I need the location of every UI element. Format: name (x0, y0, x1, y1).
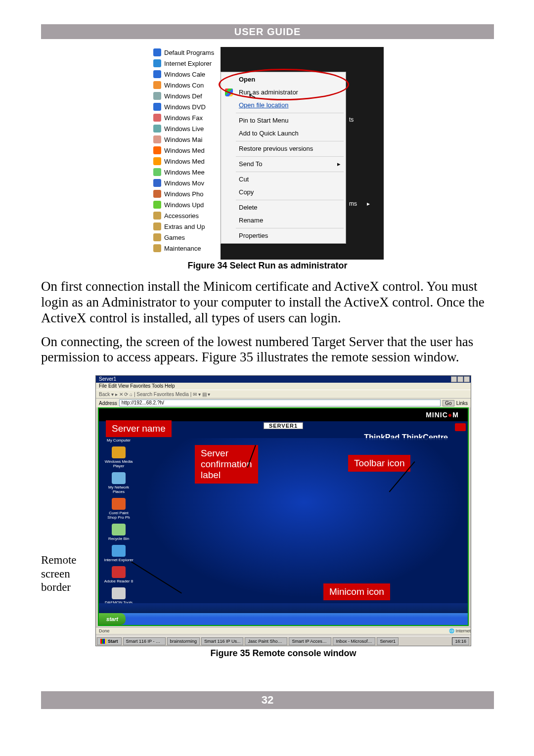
start-menu-item-label: Windows Pho (164, 190, 203, 198)
program-icon (153, 157, 161, 165)
start-menu-item[interactable]: Windows Mee (151, 167, 221, 178)
ctx-rename[interactable]: Rename (221, 214, 346, 227)
close-button[interactable] (464, 376, 470, 382)
desktop-icon-label: Adobe Reader 8 (104, 579, 134, 583)
taskbar-button[interactable]: Smart 116 IP - M... (123, 637, 166, 645)
start-menu-item[interactable]: Windows Fax (151, 112, 221, 123)
start-menu-item[interactable]: Windows Mov (151, 178, 221, 188)
callout-server-name: Server name (106, 420, 172, 437)
start-menu-item[interactable]: Internet Explorer (151, 58, 221, 69)
chevron-right-icon: ▸ (337, 158, 341, 171)
desktop-icon[interactable]: Windows Media Player (104, 446, 134, 468)
start-menu-item-label: Windows Mov (164, 179, 204, 187)
ctx-delete[interactable]: Delete (221, 201, 346, 214)
start-menu-item[interactable]: Windows Mai (151, 134, 221, 145)
go-button[interactable]: Go (443, 400, 454, 406)
host-start-button[interactable]: Start (97, 637, 122, 645)
start-menu-item[interactable]: Maintenance (151, 243, 221, 254)
ctx-separator (236, 141, 344, 141)
minimize-button[interactable] (451, 376, 457, 382)
ctx-pin-start[interactable]: Pin to Start Menu (221, 114, 346, 127)
desktop-icon[interactable]: Recycle Bin (104, 524, 134, 541)
start-menu-item-label: Windows Def (164, 92, 202, 100)
figure-35-image: Server1 File Edit View Favorites Tools H… (95, 375, 471, 646)
server-confirmation-label: SERVER1 (264, 422, 303, 429)
address-input[interactable]: http://192...68.2.?h/ (119, 400, 441, 406)
start-menu-item[interactable]: Default Programs (151, 47, 221, 58)
brand-o-icon: ● (448, 411, 452, 419)
taskbar-button[interactable]: Smart 116 IP Us... (201, 637, 243, 645)
brand-text: M (452, 411, 459, 419)
desktop-icon[interactable]: Internet Explorer (104, 545, 134, 562)
desktop-icon[interactable]: Adobe Reader 8 (104, 566, 134, 583)
ctx-properties[interactable]: Properties (221, 229, 346, 242)
taskbar-button[interactable]: Server1 (377, 637, 399, 645)
start-menu-item[interactable]: Windows Pho (151, 188, 221, 199)
ctx-copy[interactable]: Copy (221, 186, 346, 199)
taskbar-button[interactable]: Jasc Paint Shop ... (245, 637, 287, 645)
host-taskbar: Start Smart 116 IP - M...brainstormingSm… (96, 636, 471, 646)
paragraph: On connecting, the screen of the lowest … (41, 334, 494, 366)
app-icon (112, 524, 126, 535)
page-number: 32 (41, 691, 494, 709)
panel-text: ts (349, 116, 354, 123)
links-label[interactable]: Links (456, 400, 468, 406)
start-menu-item[interactable]: Windows Upd (151, 199, 221, 210)
host-task-buttons: Smart 116 IP - M...brainstormingSmart 11… (122, 637, 399, 645)
start-menu-item[interactable]: Windows Def (151, 90, 221, 101)
taskbar-button[interactable]: Smart IP Access ... (289, 637, 331, 645)
taskbar-button[interactable]: brainstorming (167, 637, 200, 645)
program-icon (153, 114, 161, 122)
start-menu-item-label: Windows Live (164, 125, 204, 133)
desktop-icons: My ComputerWindows Media PlayerMy Networ… (104, 425, 139, 626)
start-menu-item[interactable]: Accessories (151, 210, 221, 221)
ctx-open-file-location[interactable]: Open file location (221, 99, 346, 112)
program-icon (153, 125, 161, 133)
panel-text: ms ▸ (349, 200, 370, 207)
start-menu-item[interactable]: Windows DVD (151, 101, 221, 112)
start-menu-item-label: Default Programs (164, 49, 214, 56)
ctx-restore-versions[interactable]: Restore previous versions (221, 142, 346, 155)
app-icon (112, 498, 126, 510)
ctx-add-quick-launch[interactable]: Add to Quick Launch (221, 127, 346, 140)
app-icon (112, 446, 126, 458)
program-icon (153, 103, 161, 111)
start-menu-item[interactable]: Games (151, 232, 221, 243)
start-menu-item[interactable]: Windows Med (151, 145, 221, 156)
start-menu-item-label: Accessories (164, 212, 199, 220)
menubar[interactable]: File Edit View Favorites Tools Help (96, 383, 471, 390)
brand-text: MINIC (426, 411, 448, 419)
remote-screen: MINIC●M SERVER1 ThinkPad ThinkCentre My … (98, 407, 469, 626)
start-menu-item[interactable]: Windows Live (151, 123, 221, 134)
ctx-separator (236, 156, 344, 157)
window-titlebar: Server1 (96, 376, 471, 383)
desktop-icon-label: Recycle Bin (104, 536, 134, 541)
remote-border-label: Remotescreenborder (41, 375, 95, 594)
desktop-icon-label: Windows Media Player (104, 459, 134, 468)
desktop-icon[interactable]: Corel Paint Shop Pro Ph (104, 498, 134, 520)
desktop-icon[interactable]: DAEMON Tools (104, 587, 134, 605)
desktop-icon[interactable]: My Network Places (104, 472, 134, 494)
taskbar-button[interactable]: Inbox - Microsoft... (333, 637, 375, 645)
toolbar[interactable]: Back ▾ ▸ ✕ ⟳ ⌂ | Search Favorites Media … (96, 390, 471, 399)
ctx-cut[interactable]: Cut (221, 173, 346, 186)
maximize-button[interactable] (457, 376, 463, 382)
program-icon (153, 168, 161, 176)
ctx-run-as-administrator[interactable]: Run as administrator (221, 86, 346, 99)
start-menu-item-label: Windows Mee (164, 169, 205, 176)
callout-toolbar-icon: Toolbar icon (348, 455, 410, 472)
paragraph: On first connection install the Minicom … (41, 279, 494, 326)
start-menu-item[interactable]: Windows Con (151, 80, 221, 90)
start-menu-item[interactable]: Windows Cale (151, 69, 221, 80)
program-icon (153, 135, 161, 143)
ctx-separator (236, 113, 344, 113)
program-icon (153, 244, 161, 252)
ctx-send-to[interactable]: Send To▸ (221, 158, 346, 171)
toolbar-icon[interactable] (455, 423, 466, 431)
start-menu-item-label: Windows Upd (164, 201, 204, 209)
remote-start-button[interactable]: start (99, 613, 126, 625)
start-menu-item[interactable]: Windows Med (151, 156, 221, 167)
program-icon (153, 146, 161, 154)
start-menu-item[interactable]: Extras and Up (151, 221, 221, 232)
ctx-open[interactable]: Open (221, 73, 346, 86)
